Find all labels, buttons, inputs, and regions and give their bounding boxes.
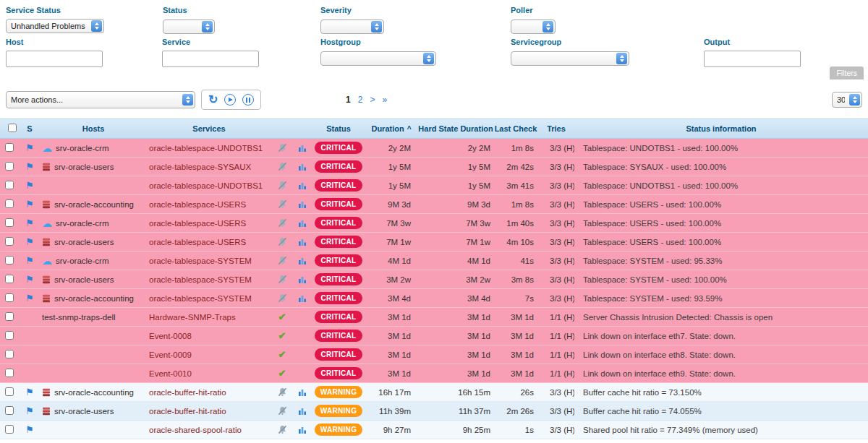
host-link[interactable]: test-snmp-traps-dell [42,313,116,322]
servicegroup-select[interactable] [511,51,629,66]
row-checkbox[interactable] [5,218,14,227]
last-check-value: 2m 26s [493,407,538,416]
row-checkbox[interactable] [5,143,14,152]
header-duration[interactable]: Duration^ [365,124,418,133]
row-checkbox[interactable] [5,425,14,434]
performance-graph-icon[interactable] [298,238,307,246]
row-checkbox[interactable] [5,331,14,340]
performance-graph-icon[interactable] [298,163,307,171]
host-link[interactable]: srv-oracle-accounting [54,294,134,303]
service-link[interactable]: oracle-tablespace-SYSTEM [149,294,252,303]
notifications-muted-icon [278,425,287,434]
service-link[interactable]: oracle-tablespace-SYSTEM [149,275,252,284]
passive-check-icon: ✔ [278,368,286,379]
poller-select[interactable] [511,20,556,34]
duration-value: 9h 27m [365,426,418,434]
host-link[interactable]: srv-oracle-accounting [54,388,134,397]
host-link[interactable]: srv-oracle-users [54,275,114,284]
status-badge: CRITICAL [315,311,362,323]
row-checkbox[interactable] [5,369,14,377]
status-information: Tablespace: SYSTEM - used: 93.59% [574,294,868,303]
header-hosts[interactable]: Hosts [41,124,146,133]
toolbar: More actions... ↻ 1 2 > » 30 [0,81,868,119]
service-link[interactable]: oracle-tablespace-USERS [149,238,246,246]
host-link[interactable]: srv-oracle-accounting [54,200,134,209]
host-link[interactable]: srv-oracle-crm [56,219,109,228]
service-status-select[interactable]: Unhandled Problems [6,19,104,33]
service-link[interactable]: oracle-tablespace-UNDOTBS1 [149,181,263,190]
service-link[interactable]: oracle-tablespace-SYSTEM [149,257,252,265]
row-checkbox[interactable] [5,256,14,264]
severity-select[interactable] [320,20,384,34]
service-link[interactable]: oracle-shared-spool-ratio [149,426,242,434]
host-link[interactable]: srv-oracle-users [54,238,114,246]
status-badge: CRITICAL [315,292,362,304]
table-header: S Hosts Services Status Duration^ Hard S… [0,119,868,139]
status-select[interactable] [163,20,215,34]
performance-graph-icon[interactable] [298,200,307,209]
row-checkbox[interactable] [5,387,14,396]
service-link[interactable]: oracle-tablespace-SYSAUX [149,163,251,171]
performance-graph-icon[interactable] [298,219,307,228]
performance-graph-icon[interactable] [298,275,307,284]
row-checkbox[interactable] [5,162,14,171]
row-checkbox[interactable] [5,199,14,208]
performance-graph-icon[interactable] [298,426,307,434]
status-information: Tablespace: UNDOTBS1 - used: 100.00% [574,144,868,152]
header-tries[interactable]: Tries [538,124,574,133]
tries-value: 3/3 (H) [538,200,574,209]
service-link[interactable]: oracle-buffer-hit-ratio [149,388,226,397]
database-icon [42,294,51,303]
performance-graph-icon[interactable] [298,294,307,303]
header-status[interactable]: Status [312,124,365,133]
pagination-last[interactable]: » [382,95,387,105]
host-link[interactable]: srv-oracle-users [54,407,114,416]
filters-button[interactable]: Filters [830,66,864,79]
hostgroup-select[interactable] [320,51,436,66]
header-s[interactable]: S [19,124,41,133]
row-checkbox[interactable] [5,237,14,246]
header-status-information[interactable]: Status information [574,124,868,133]
service-link[interactable]: oracle-tablespace-USERS [149,200,246,209]
play-icon[interactable] [224,94,236,106]
service-link[interactable]: Event-0008 [149,332,192,340]
host-link[interactable]: srv-oracle-users [54,163,114,171]
service-link[interactable]: Event-0010 [149,369,192,378]
refresh-icon[interactable]: ↻ [208,94,218,106]
service-link[interactable]: oracle-tablespace-UNDOTBS1 [149,144,263,152]
page-size-select[interactable]: 30 [832,92,862,108]
hard-state-duration-value: 7M 1w [418,238,493,246]
row-checkbox[interactable] [5,312,14,321]
pagination-next[interactable]: > [370,95,375,105]
header-services[interactable]: Services [146,124,272,133]
performance-graph-icon[interactable] [298,257,307,265]
service-link[interactable]: Event-0009 [149,350,192,359]
service-input[interactable] [162,51,259,67]
row-checkbox[interactable] [5,350,14,358]
header-last-check[interactable]: Last Check [493,124,538,133]
performance-graph-icon[interactable] [298,407,307,416]
row-checkbox[interactable] [5,293,14,302]
output-input[interactable] [704,51,801,67]
service-link[interactable]: oracle-tablespace-USERS [149,219,246,228]
host-link[interactable]: srv-oracle-crm [56,144,109,152]
more-actions-select[interactable]: More actions... [6,91,195,108]
last-check-value: 3M 1d [493,350,538,359]
performance-graph-icon[interactable] [298,144,307,152]
pagination-page-2[interactable]: 2 [358,95,363,105]
performance-graph-icon[interactable] [298,181,307,190]
host-link[interactable]: srv-oracle-crm [56,257,109,265]
status-information: Link down on interface eth8. State: down… [574,350,868,359]
performance-graph-icon[interactable] [298,388,307,397]
header-hard-state-duration[interactable]: Hard State Duration [418,124,493,133]
service-link[interactable]: Hardware-SNMP-Traps [149,313,236,322]
cloud-icon: ☁ [42,218,52,228]
row-checkbox[interactable] [5,181,14,189]
select-all-checkbox[interactable] [8,124,17,132]
pagination-page-1[interactable]: 1 [346,95,351,105]
pause-icon[interactable] [242,94,254,106]
service-link[interactable]: oracle-buffer-hit-ratio [149,407,226,416]
row-checkbox[interactable] [5,275,14,283]
host-input[interactable] [6,51,103,67]
row-checkbox[interactable] [5,406,14,415]
